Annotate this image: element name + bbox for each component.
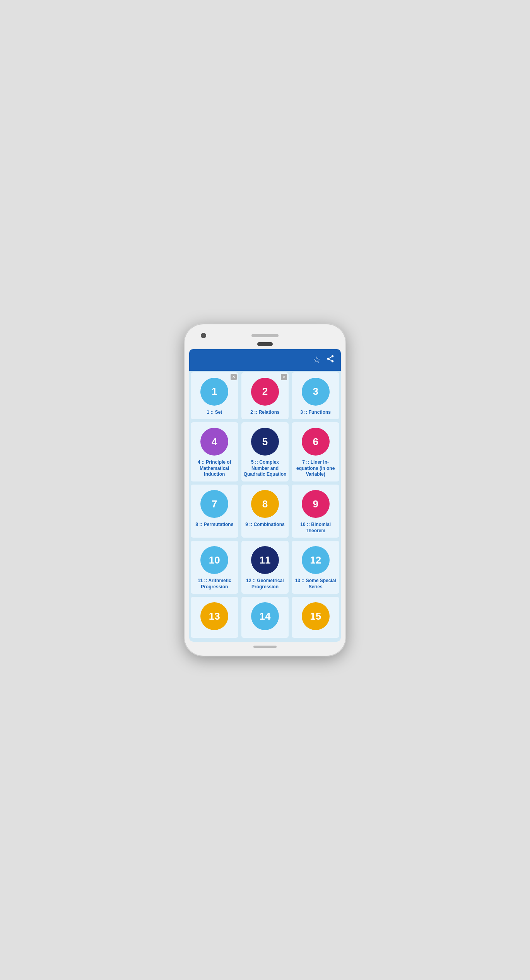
grid-item-7[interactable]: 7 8 :: Permutations [191, 485, 238, 538]
label-10: 11 :: Arithmetic Progression [193, 578, 236, 590]
circle-2: 2 [251, 378, 279, 406]
circle-7: 7 [200, 490, 228, 518]
grid-item-11[interactable]: 11 12 :: Geometrical Progression [241, 541, 289, 594]
circle-5: 5 [251, 428, 279, 456]
circle-12: 12 [302, 546, 330, 574]
bottom-row: 13 14 15 [189, 595, 341, 642]
circle-9: 9 [302, 490, 330, 518]
circle-13: 13 [200, 602, 228, 630]
earpiece [257, 342, 273, 346]
delete-btn-2[interactable]: ✕ [281, 374, 287, 380]
speaker [251, 334, 279, 337]
grid-item-8[interactable]: 8 9 :: Combinations [241, 485, 289, 538]
circle-4: 4 [200, 428, 228, 456]
label-9: 10 :: Binomial Theorem [294, 522, 337, 534]
grid-item-1[interactable]: ✕ 1 1 :: Set [191, 372, 238, 420]
circle-15: 15 [302, 602, 330, 630]
circle-11: 11 [251, 546, 279, 574]
grid-item-4[interactable]: 4 4 :: Principle of Mathematical Inducti… [191, 422, 238, 481]
label-12: 13 :: Some Special Series [294, 578, 337, 590]
delete-btn-1[interactable]: ✕ [231, 374, 237, 380]
label-5: 5 :: Complex Number and Quadratic Equati… [244, 459, 287, 478]
label-7: 8 :: Permutations [195, 522, 233, 528]
phone-notch [189, 331, 341, 342]
grid-item-2[interactable]: ✕ 2 2 :: Relations [241, 372, 289, 420]
label-6: 7 :: Liner In-equations (In one Variable… [294, 459, 337, 478]
circle-6: 6 [302, 428, 330, 456]
label-3: 3 :: Functions [300, 409, 331, 416]
svg-line-3 [329, 359, 332, 361]
circle-1: 1 [200, 378, 228, 406]
circle-10: 10 [200, 546, 228, 574]
header-icons: ☆ [313, 355, 335, 365]
grid-item-12[interactable]: 12 13 :: Some Special Series [292, 541, 339, 594]
svg-point-1 [327, 358, 330, 360]
phone-frame: ☆ ✕ 1 1 :: Set ✕ 2 2 :: Relations [184, 324, 346, 657]
app-header: ☆ [189, 349, 341, 371]
bottom-item-14[interactable]: 14 [241, 597, 289, 638]
star-icon[interactable]: ☆ [313, 355, 321, 365]
grid-item-10[interactable]: 10 11 :: Arithmetic Progression [191, 541, 238, 594]
grid-item-9[interactable]: 9 10 :: Binomial Theorem [292, 485, 339, 538]
label-2: 2 :: Relations [250, 409, 279, 416]
grid-item-3[interactable]: 3 3 :: Functions [292, 372, 339, 420]
label-1: 1 :: Set [207, 409, 222, 416]
chapters-grid: ✕ 1 1 :: Set ✕ 2 2 :: Relations 3 3 :: F… [189, 371, 341, 596]
bottom-item-13[interactable]: 13 [191, 597, 238, 638]
camera-icon [201, 333, 206, 338]
grid-item-5[interactable]: 5 5 :: Complex Number and Quadratic Equa… [241, 422, 289, 481]
share-icon[interactable] [326, 355, 335, 365]
circle-8: 8 [251, 490, 279, 518]
circle-3: 3 [302, 378, 330, 406]
svg-line-4 [329, 357, 332, 358]
circle-14: 14 [251, 602, 279, 630]
bottom-item-15[interactable]: 15 [292, 597, 339, 638]
label-8: 9 :: Combinations [245, 522, 284, 528]
label-4: 4 :: Principle of Mathematical Induction [193, 459, 236, 478]
phone-screen: ☆ ✕ 1 1 :: Set ✕ 2 2 :: Relations [189, 349, 341, 642]
label-11: 12 :: Geometrical Progression [244, 578, 287, 590]
home-bar [253, 646, 277, 648]
svg-point-0 [332, 355, 334, 357]
svg-point-2 [332, 360, 334, 362]
grid-item-6[interactable]: 6 7 :: Liner In-equations (In one Variab… [292, 422, 339, 481]
